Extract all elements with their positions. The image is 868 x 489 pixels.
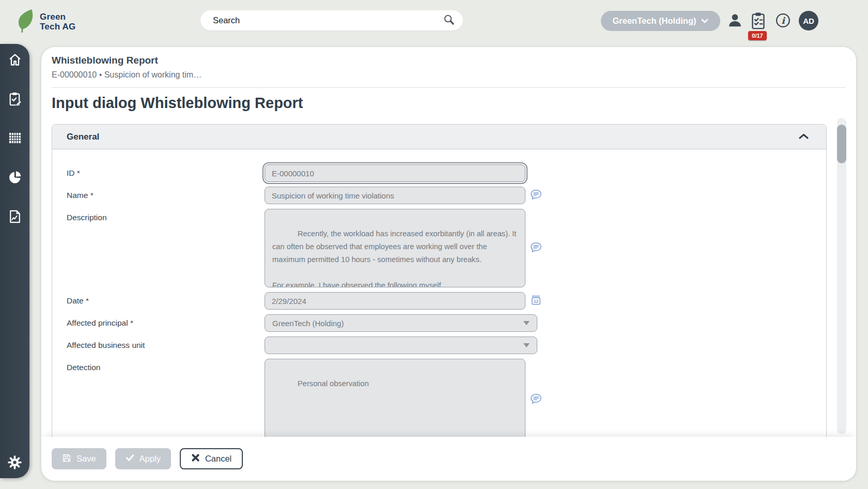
vertical-scrollbar[interactable] — [837, 118, 846, 434]
affected-principal-select[interactable]: GreenTech (Holding) — [265, 314, 537, 332]
field-row-description: Description Recently, the workload has i… — [67, 209, 826, 287]
info-icon[interactable]: i — [775, 12, 791, 30]
pie-chart-icon — [8, 170, 22, 186]
field-row-name: Name * — [67, 187, 826, 204]
top-bar: Green Tech AG GreenTech (Holding) — [0, 0, 868, 44]
grid-table-icon — [8, 131, 22, 147]
page-title: Whistleblowing Report — [52, 55, 846, 66]
sidebar-item-reports[interactable] — [7, 209, 23, 225]
detection-field[interactable]: Personal observation — [265, 359, 525, 440]
general-form: ID * Name * — [52, 149, 826, 440]
calendar-icon: 12 — [530, 294, 542, 308]
search-icon[interactable] — [443, 13, 455, 27]
breadcrumb: E-00000010 • Suspicion of working tim… — [52, 70, 846, 80]
date-field[interactable] — [265, 292, 525, 310]
comment-bubble-icon — [530, 393, 542, 406]
calendar-picker-button[interactable]: 12 — [530, 294, 542, 308]
tasks-count-badge: 0/17 — [748, 31, 767, 40]
sidebar-item-settings[interactable] — [7, 455, 23, 471]
report-chart-icon — [8, 209, 22, 225]
date-label: Date * — [67, 292, 265, 310]
field-row-detection: Detection Personal observation — [67, 359, 826, 440]
leaf-logo-icon — [17, 9, 36, 35]
name-field[interactable] — [265, 187, 525, 204]
id-field[interactable] — [265, 164, 525, 182]
org-selector-dropdown[interactable]: GreenTech (Holding) — [601, 11, 720, 31]
affected-business-unit-label: Affected business unit — [67, 337, 265, 354]
comment-bubble-icon — [530, 241, 542, 255]
search-input[interactable] — [213, 16, 443, 25]
dropdown-arrow-icon — [523, 343, 530, 347]
sidebar-item-data-table[interactable] — [7, 131, 23, 146]
detection-comment-button[interactable] — [530, 393, 542, 406]
chevron-up-icon — [799, 133, 809, 141]
clipboard-edit-icon — [8, 91, 22, 108]
header-divider — [52, 87, 846, 88]
sidebar-item-home[interactable] — [7, 52, 23, 68]
affected-business-unit-select[interactable] — [265, 337, 537, 354]
sidebar-item-dashboard[interactable] — [7, 170, 23, 186]
user-profile-icon[interactable] — [727, 12, 743, 30]
resize-handle-icon[interactable] — [514, 276, 522, 284]
name-label: Name * — [67, 187, 265, 204]
affected-principal-label: Affected principal * — [67, 314, 265, 332]
apply-check-icon — [126, 453, 134, 464]
field-row-affected-principal: Affected principal * GreenTech (Holding) — [67, 314, 826, 332]
avatar[interactable]: AD — [799, 11, 818, 30]
name-comment-button[interactable] — [530, 189, 542, 202]
save-floppy-icon — [62, 453, 71, 465]
section-title: General — [67, 132, 99, 142]
resize-handle-icon[interactable] — [514, 429, 522, 437]
save-button[interactable]: Save — [52, 448, 106, 469]
collapse-section-button[interactable] — [797, 131, 811, 143]
global-search — [200, 10, 463, 30]
svg-text:12: 12 — [534, 299, 539, 304]
home-icon — [8, 52, 22, 68]
record-header: Whistleblowing Report E-00000010 • Suspi… — [41, 47, 856, 112]
dialog-heading: Input dialog Whistleblowing Report — [52, 95, 846, 112]
sidebar-nav — [0, 44, 29, 478]
cancel-button[interactable]: Cancel — [180, 448, 243, 469]
field-row-affected-business-unit: Affected business unit — [67, 337, 826, 354]
cancel-x-icon — [191, 453, 200, 464]
svg-text:i: i — [781, 16, 785, 26]
general-section-header[interactable]: General — [52, 125, 826, 149]
scrollbar-thumb[interactable] — [837, 125, 846, 163]
sidebar-item-assessments[interactable] — [7, 91, 23, 107]
description-comment-button[interactable] — [530, 241, 542, 255]
chevron-down-icon — [701, 16, 708, 26]
general-section: General ID * Name * — [52, 124, 827, 481]
field-row-id: ID * — [67, 164, 826, 182]
dialog-footer: Save Apply Cancel — [41, 437, 856, 481]
brand-logo: Green Tech AG — [17, 9, 75, 35]
gear-icon — [7, 455, 22, 471]
comment-bubble-icon — [530, 189, 542, 202]
detection-label: Detection — [67, 359, 265, 440]
field-row-date: Date * 12 — [67, 292, 826, 310]
main-content-card: Whistleblowing Report E-00000010 • Suspi… — [41, 47, 856, 481]
apply-button[interactable]: Apply — [115, 448, 171, 469]
brand-name: Green Tech AG — [40, 12, 75, 32]
id-label: ID * — [67, 164, 265, 182]
tasks-checklist-icon[interactable] — [750, 11, 767, 32]
description-label: Description — [67, 209, 265, 287]
dropdown-arrow-icon — [523, 321, 530, 325]
description-field[interactable]: Recently, the workload has increased exo… — [265, 209, 525, 287]
